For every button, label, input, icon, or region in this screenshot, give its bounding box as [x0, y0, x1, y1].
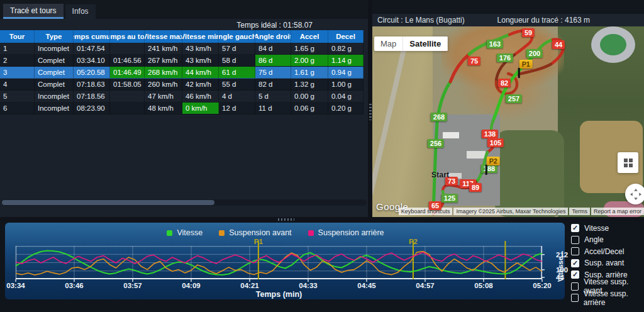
- series-checkbox[interactable]: [571, 294, 579, 302]
- attribution-link[interactable]: Report a map error: [591, 208, 644, 215]
- vertical-splitter[interactable]: [368, 0, 372, 217]
- imagery-credit: Imagery ©2025 Airbus, Maxar Technologies: [453, 208, 568, 215]
- table-row[interactable]: 4Complet07:18.6301:58.05260 km/h42 km/h5…: [0, 79, 364, 91]
- series-checkbox[interactable]: ✓: [571, 224, 579, 232]
- table-cell: 0.82 g: [328, 43, 364, 54]
- table-cell: 4 d: [219, 91, 255, 102]
- table-cell: 0.06 g: [291, 103, 328, 114]
- column-header[interactable]: Accel: [291, 30, 328, 43]
- map-button[interactable]: Map: [374, 36, 403, 51]
- table-cell: Incomplet: [35, 43, 74, 54]
- grid-icon: [623, 158, 633, 168]
- series-checkbox[interactable]: [571, 247, 579, 255]
- checkbox-row: ✓Susp. avant: [571, 259, 644, 267]
- table-row[interactable]: 2Complet03:34.1001:46.56267 km/h43 km/h5…: [0, 55, 364, 67]
- x-tick-label: 04:09: [182, 282, 200, 289]
- table-cell: 84 d: [255, 43, 291, 54]
- tab-trace-et-tours[interactable]: Tracé et tours: [3, 4, 64, 19]
- table-cell: [110, 91, 145, 102]
- table-cell: [110, 43, 145, 54]
- series-checkbox[interactable]: [571, 236, 579, 244]
- legend-label: Suspension avant: [229, 228, 291, 237]
- table-cell: 07:18.56: [74, 91, 110, 102]
- table-cell: 03:34.10: [74, 55, 110, 66]
- column-header[interactable]: Decel: [328, 30, 364, 43]
- speed-marker: 59: [522, 28, 535, 37]
- table-row[interactable]: 1Incomplet01:47.54241 km/h43 km/h57 d84 …: [0, 43, 364, 55]
- speed-marker: 200: [526, 49, 543, 58]
- speed-marker: 163: [487, 40, 503, 48]
- table-cell: 61 d: [219, 67, 255, 78]
- table-cell: 05:20.58: [74, 67, 110, 78]
- scrollbar-thumb[interactable]: [2, 200, 214, 205]
- table-row[interactable]: 6Incomplet08:23.9048 km/h0 km/h12 d11 d0…: [0, 103, 364, 114]
- sector-flag: P2: [487, 157, 500, 165]
- column-header[interactable]: Temps cumulé: [74, 30, 110, 43]
- legend-label: Suspension arrière: [318, 228, 384, 237]
- table-cell: 1: [0, 43, 35, 54]
- horizontal-splitter[interactable]: [0, 217, 644, 221]
- speed-marker: 105: [487, 138, 504, 147]
- column-header[interactable]: Tour: [0, 30, 35, 43]
- table-cell: 57 d: [219, 43, 255, 54]
- sector-flag: P1: [519, 60, 533, 69]
- checkbox-row: Angle: [571, 236, 644, 244]
- speed-marker: 75: [468, 57, 480, 65]
- column-header[interactable]: Type: [35, 30, 74, 43]
- telemetry-area: VitesseSuspension avantSuspension arrièr…: [0, 221, 644, 312]
- column-header[interactable]: Angle gauche: [219, 30, 255, 43]
- table-cell: 268 km/h: [145, 67, 182, 78]
- series-checkbox-panel: ✓VitesseAngleAccel/Decel✓Susp. avant✓Sus…: [571, 224, 644, 302]
- checkbox-label: Accel/Decel: [584, 247, 624, 256]
- tab-infos[interactable]: Infos: [65, 4, 96, 19]
- column-header[interactable]: Vitesse max: [145, 30, 182, 43]
- map-stage[interactable]: Map Satellite Google Keyboard shortcutsI…: [372, 26, 644, 217]
- x-axis-title: Temps (min): [16, 290, 542, 299]
- table-cell: 44 km/h: [182, 67, 219, 78]
- series-checkbox[interactable]: ✓: [571, 259, 579, 267]
- table-cell: 5: [0, 91, 35, 102]
- table-cell: 4: [0, 79, 35, 90]
- chart-plot[interactable]: [16, 246, 542, 279]
- checkbox-label: Vitesse susp. arrière: [584, 289, 644, 307]
- attribution-link[interactable]: Keyboard shortcuts: [399, 208, 453, 215]
- splitter-grip[interactable]: [278, 218, 294, 221]
- table-cell: 42 km/h: [182, 79, 219, 90]
- table-cell: 01:46.56: [110, 55, 145, 66]
- table-cell: 58 d: [219, 55, 255, 66]
- table-cell: 86 d: [255, 55, 291, 66]
- horizontal-scrollbar[interactable]: [1, 199, 367, 206]
- table-cell: Incomplet: [35, 91, 74, 102]
- satellite-button[interactable]: Satellite: [403, 36, 448, 51]
- x-tick-label: 03:57: [123, 282, 142, 289]
- tilt-grid-button[interactable]: [618, 152, 638, 173]
- series-checkbox[interactable]: ✓: [571, 270, 579, 279]
- legend-swatch: [167, 230, 172, 236]
- checkbox-row: ✓Vitesse: [571, 224, 644, 232]
- checkbox-row: Accel/Decel: [571, 247, 644, 255]
- column-header[interactable]: Vitesse min: [182, 30, 219, 43]
- table-cell: 46 km/h: [182, 91, 219, 102]
- splitter-grip[interactable]: [369, 104, 372, 120]
- table-cell: 241 km/h: [145, 43, 182, 54]
- pan-control-button[interactable]: [625, 184, 644, 204]
- column-header[interactable]: Angle droit: [255, 30, 291, 43]
- legend-item[interactable]: Vitesse: [167, 228, 203, 237]
- checkbox-row: Vitesse susp. arrière: [571, 294, 644, 302]
- legend-item[interactable]: Suspension avant: [219, 228, 291, 237]
- table-cell: 1.14 g: [328, 55, 364, 66]
- legend-item[interactable]: Suspension arrière: [308, 228, 384, 237]
- table-cell: 48 km/h: [145, 103, 182, 114]
- speed-marker: 44: [552, 40, 565, 49]
- column-header[interactable]: Temps au tour: [110, 30, 145, 43]
- map-header: Circuit : Le Mans (Bugatti) Longueur du …: [372, 14, 644, 26]
- table-cell: 82 d: [255, 79, 291, 90]
- table-row[interactable]: 3Complet05:20.5801:46.49268 km/h44 km/h6…: [0, 67, 364, 79]
- table-row[interactable]: 5Incomplet07:18.5647 km/h46 km/h4 d5 d0.…: [0, 91, 364, 103]
- series-checkbox[interactable]: [571, 282, 579, 291]
- table-cell: 0.04 g: [328, 91, 364, 102]
- legend-swatch: [308, 230, 314, 236]
- attribution-link[interactable]: Terms: [569, 208, 590, 215]
- speed-marker: 138: [482, 130, 498, 138]
- x-tick-label: 04:33: [299, 282, 317, 289]
